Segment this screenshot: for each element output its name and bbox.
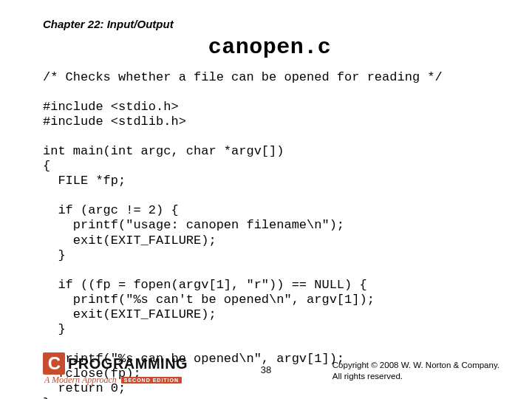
logo-subtitle: A Modern Approach xyxy=(44,375,117,386)
slide-title: canopen.c xyxy=(43,35,497,60)
copyright-block: Copyright © 2008 W. W. Norton & Company.… xyxy=(332,360,499,381)
copyright-line-1: Copyright © 2008 W. W. Norton & Company. xyxy=(332,360,499,370)
logo-sub-row: A Modern Approach SECOND EDITION xyxy=(44,375,213,386)
copyright-line-2: All rights reserved. xyxy=(332,371,499,381)
chapter-label: Chapter 22: Input/Output xyxy=(43,18,497,30)
slide-footer: C PROGRAMMING A Modern Approach SECOND E… xyxy=(0,350,532,386)
slide: Chapter 22: Input/Output canopen.c /* Ch… xyxy=(0,0,532,399)
logo-edition-badge: SECOND EDITION xyxy=(121,377,182,383)
